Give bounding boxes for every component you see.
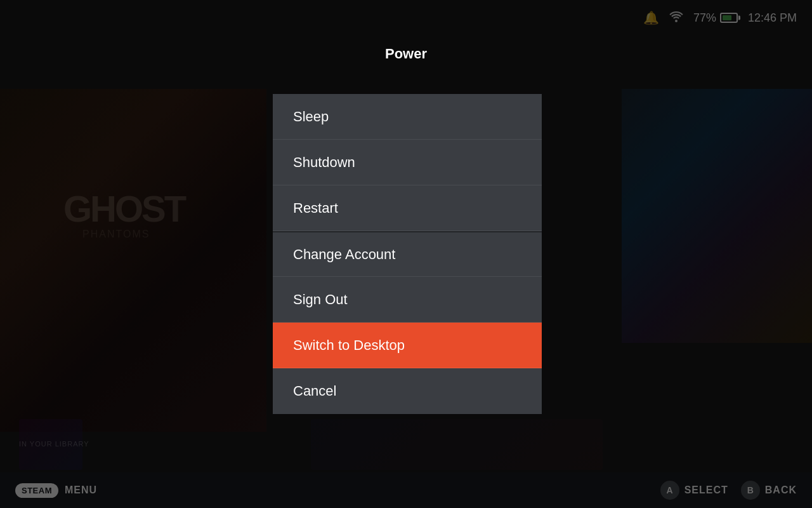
power-menu: Sleep Shutdown Restart Change Account Si… bbox=[273, 94, 542, 414]
menu-item-cancel[interactable]: Cancel bbox=[273, 368, 542, 414]
menu-item-sign-out[interactable]: Sign Out bbox=[273, 277, 542, 323]
menu-item-restart[interactable]: Restart bbox=[273, 185, 542, 231]
menu-item-change-account[interactable]: Change Account bbox=[273, 231, 542, 277]
power-menu-title: Power bbox=[0, 46, 812, 62]
menu-item-sleep[interactable]: Sleep bbox=[273, 94, 542, 140]
menu-item-switch-to-desktop[interactable]: Switch to Desktop bbox=[273, 323, 542, 368]
menu-item-shutdown[interactable]: Shutdown bbox=[273, 140, 542, 185]
